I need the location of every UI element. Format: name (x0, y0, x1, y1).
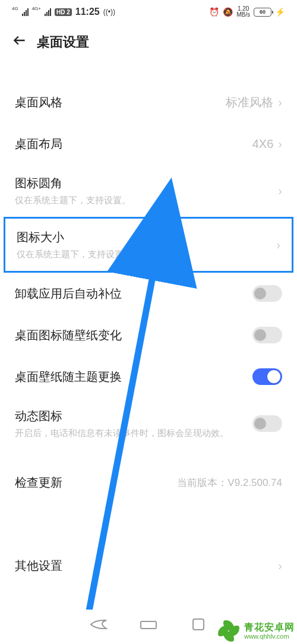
hotspot-icon: ((•)) (103, 8, 115, 16)
row-value: 4X6 (252, 137, 274, 151)
nav-home-icon[interactable] (138, 614, 159, 634)
page-header: 桌面设置 (0, 24, 297, 58)
row-title: 图标圆角 (15, 175, 278, 191)
row-title: 动态图标 (15, 408, 252, 424)
toggle-wallpaper-theme[interactable] (252, 368, 282, 385)
chevron-right-icon: › (276, 238, 280, 252)
row-title: 桌面图标随壁纸变化 (15, 327, 252, 343)
mute-icon: 🔕 (223, 7, 233, 17)
row-auto-fill[interactable]: 卸载应用后自动补位 (0, 273, 297, 314)
network-speed: 1.20 MB/s (236, 6, 250, 18)
status-bar: 4G 4G+ HD 2 11:25 ((•)) ⏰ 🔕 1.20 MB/s 60… (0, 0, 297, 24)
chevron-right-icon: › (278, 559, 282, 573)
row-wallpaper-theme[interactable]: 桌面壁纸随主题更换 (0, 356, 297, 397)
row-check-update[interactable]: 检查更新 当前版本：V9.2.500.74 (0, 462, 297, 503)
chevron-right-icon: › (278, 137, 282, 151)
watermark-logo-icon (217, 619, 241, 643)
row-subtitle: 开启后，电话和信息有未读事件时，图标会呈现动效。 (15, 427, 252, 439)
nav-back-icon[interactable] (89, 614, 109, 634)
signal-1-icon (22, 8, 29, 16)
nav-recent-icon[interactable] (188, 614, 208, 634)
row-title: 桌面风格 (15, 94, 226, 111)
row-title: 桌面布局 (15, 136, 252, 152)
row-icon-corner[interactable]: 图标圆角 仅在系统主题下，支持设置。 › (0, 165, 297, 217)
row-title: 其他设置 (15, 558, 278, 574)
status-time: 11:25 (75, 7, 100, 17)
alarm-icon: ⏰ (209, 7, 219, 17)
back-icon[interactable] (12, 33, 27, 52)
row-value: 标准风格 (226, 94, 273, 111)
row-title: 图标大小 (17, 229, 276, 245)
watermark: 青花安卓网 www.qhhlv.com (217, 619, 295, 643)
row-subtitle: 仅在系统主题下，支持设置。 (17, 248, 276, 260)
toggle-icon-wallpaper[interactable] (252, 327, 282, 343)
row-desktop-layout[interactable]: 桌面布局 4X6 › (0, 123, 297, 165)
settings-list: 桌面风格 标准风格 › 桌面布局 4X6 › 图标圆角 仅在系统主题下，支持设置… (0, 58, 297, 586)
sig2-label: 4G+ (32, 6, 41, 11)
row-other-settings[interactable]: 其他设置 › (0, 545, 297, 586)
row-dynamic-icon[interactable]: 动态图标 开启后，电话和信息有未读事件时，图标会呈现动效。 (0, 397, 297, 450)
charging-icon: ⚡ (275, 7, 285, 17)
row-title: 卸载应用后自动补位 (15, 286, 252, 302)
page-title: 桌面设置 (37, 33, 89, 51)
battery-icon: 60 (254, 8, 271, 17)
chevron-right-icon: › (278, 184, 282, 198)
status-right: ⏰ 🔕 1.20 MB/s 60 ⚡ (209, 6, 285, 18)
row-title: 检查更新 (15, 475, 177, 491)
watermark-url: www.qhhlv.com (244, 633, 295, 640)
row-icon-wallpaper[interactable]: 桌面图标随壁纸变化 (0, 314, 297, 356)
row-desktop-style[interactable]: 桌面风格 标准风格 › (0, 81, 297, 123)
hd-icon: HD 2 (55, 8, 72, 16)
row-title: 桌面壁纸随主题更换 (15, 369, 252, 385)
toggle-dynamic-icon[interactable] (252, 415, 282, 432)
row-subtitle: 仅在系统主题下，支持设置。 (15, 194, 278, 206)
watermark-name: 青花安卓网 (244, 622, 295, 633)
signal-2-icon (45, 8, 51, 16)
chevron-right-icon: › (278, 96, 282, 109)
svg-rect-2 (193, 619, 204, 630)
status-left: 4G 4G+ HD 2 11:25 ((•)) (12, 7, 115, 17)
sig1-label: 4G (12, 6, 18, 11)
toggle-auto-fill[interactable] (252, 285, 282, 302)
row-icon-size[interactable]: 图标大小 仅在系统主题下，支持设置。 › (4, 217, 293, 273)
row-value: 当前版本：V9.2.500.74 (177, 476, 282, 490)
